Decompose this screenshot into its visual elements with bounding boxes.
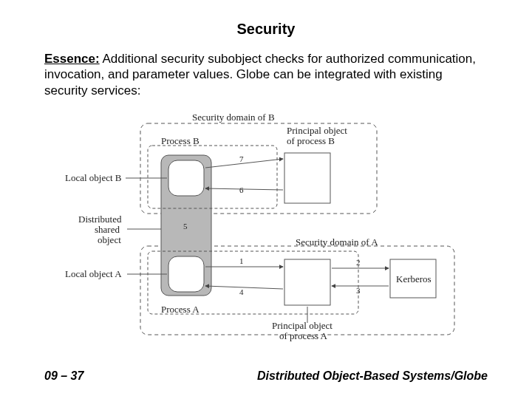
svg-rect-7: [284, 153, 330, 203]
slide-number: 09 – 37: [44, 369, 83, 383]
essence-paragraph: Essence: Additional security subobject c…: [44, 51, 488, 98]
num-6: 6: [239, 185, 244, 194]
num-4: 4: [239, 287, 244, 296]
label-sec-domain-a: Security domain of A: [296, 236, 378, 248]
svg-line-17: [205, 286, 283, 289]
num-3: 3: [356, 286, 361, 295]
security-diagram: Security domain of B Principal object of…: [74, 115, 458, 344]
label-principal-a-2: of process A: [279, 330, 327, 342]
label-process-b: Process B: [161, 135, 200, 147]
label-local-obj-a: Local object A: [65, 268, 122, 280]
footer: 09 – 37 Distributed Object-Based Systems…: [0, 369, 532, 383]
label-local-obj-b: Local object B: [65, 172, 122, 184]
label-distributed-3: object: [98, 234, 121, 246]
svg-rect-5: [168, 160, 204, 196]
num-7: 7: [239, 154, 244, 163]
num-2: 2: [356, 258, 361, 267]
svg-rect-8: [284, 259, 330, 305]
page-title: Security: [0, 21, 532, 38]
label-sec-domain-b: Security domain of B: [192, 112, 275, 123]
svg-line-13: [205, 159, 283, 168]
footer-title: Distributed Object-Based Systems/Globe: [257, 369, 488, 383]
label-kerberos: Kerberos: [396, 273, 432, 285]
essence-label: Essence:: [44, 52, 100, 66]
svg-rect-6: [168, 256, 204, 292]
essence-text: Additional security subobject checks for…: [44, 52, 476, 98]
svg-line-14: [205, 188, 283, 190]
num-5: 5: [183, 222, 188, 231]
num-1: 1: [239, 256, 244, 265]
label-principal-b-2: of process B: [287, 135, 335, 147]
label-process-a: Process A: [161, 304, 200, 316]
